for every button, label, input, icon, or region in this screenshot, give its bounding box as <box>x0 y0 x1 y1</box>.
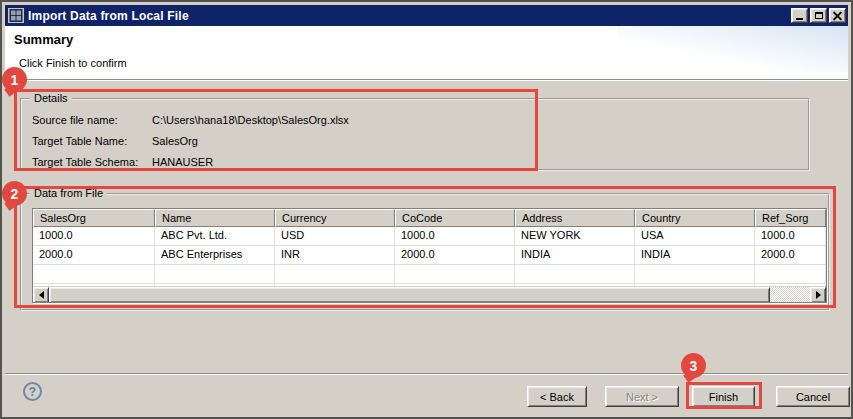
close-button[interactable] <box>829 8 846 23</box>
table-cell: NEW YORK <box>515 227 635 245</box>
footer-separator <box>5 373 848 375</box>
import-table-icon <box>8 8 24 23</box>
title-bar[interactable]: Import Data from Local File <box>5 5 848 26</box>
source-file-label: Source file name: <box>32 114 142 126</box>
table-cell <box>515 265 635 283</box>
table-cell: ABC Pvt. Ltd. <box>155 227 275 245</box>
help-button[interactable]: ? <box>23 382 42 401</box>
maximize-icon <box>815 12 823 19</box>
horizontal-scrollbar[interactable] <box>33 286 826 302</box>
target-table-name-row: Target Table Name:SalesOrg <box>32 135 198 147</box>
table-cell: 2000.0 <box>33 246 155 264</box>
scroll-right-icon <box>816 291 825 299</box>
next-button: Next > <box>605 386 679 407</box>
import-data-dialog: Import Data from Local File Summary Clic… <box>0 0 853 419</box>
table-cell: INDIA <box>635 246 755 264</box>
close-icon <box>833 11 842 20</box>
table-cell: 1000.0 <box>755 227 826 245</box>
target-table-name-label: Target Table Name: <box>32 135 142 147</box>
table-header-row: SalesOrgNameCurrencyCoCodeAddressCountry… <box>33 209 826 227</box>
data-preview-table[interactable]: SalesOrgNameCurrencyCoCodeAddressCountry… <box>32 208 827 303</box>
table-cell: INDIA <box>515 246 635 264</box>
data-from-file-group: Data from File SalesOrgNameCurrencyCoCod… <box>20 193 830 311</box>
finish-button[interactable]: Finish <box>692 386 755 407</box>
table-row-1[interactable]: 1000.0ABC Pvt. Ltd.USD1000.0NEW YORKUSA1… <box>33 227 826 246</box>
scroll-left-icon <box>35 291 44 299</box>
cancel-button[interactable]: Cancel <box>776 386 850 407</box>
minimize-icon <box>796 18 803 20</box>
data-from-file-group-label: Data from File <box>30 187 107 199</box>
table-cell: 1000.0 <box>33 227 155 245</box>
table-cell <box>395 265 515 283</box>
table-cell: 1000.0 <box>395 227 515 245</box>
table-cell: 2000.0 <box>755 246 826 264</box>
table-cell <box>635 265 755 283</box>
table-cell <box>755 265 826 283</box>
table-row-empty[interactable] <box>33 265 826 284</box>
page-title: Summary <box>14 32 73 47</box>
help-icon: ? <box>29 385 36 399</box>
column-header-cocode[interactable]: CoCode <box>395 209 515 227</box>
column-header-currency[interactable]: Currency <box>275 209 395 227</box>
source-file-value: C:\Users\hana18\Desktop\SalesOrg.xlsx <box>152 114 349 126</box>
minimize-button[interactable] <box>791 8 808 23</box>
window-controls <box>791 8 846 23</box>
table-cell <box>155 265 275 283</box>
table-cell: USA <box>635 227 755 245</box>
target-table-name-value: SalesOrg <box>152 135 198 147</box>
column-header-address[interactable]: Address <box>515 209 635 227</box>
table-cell: USD <box>275 227 395 245</box>
column-header-name[interactable]: Name <box>155 209 275 227</box>
details-group: Details Source file name:C:\Users\hana18… <box>20 98 810 171</box>
table-row-2[interactable]: 2000.0ABC EnterprisesINR2000.0INDIAINDIA… <box>33 246 826 265</box>
target-table-schema-label: Target Table Schema: <box>32 156 142 168</box>
maximize-button[interactable] <box>810 8 827 23</box>
column-header-ref_sorg[interactable]: Ref_Sorg <box>755 209 826 227</box>
banner-gradient <box>618 26 848 72</box>
target-table-schema-row: Target Table Schema:HANAUSER <box>32 156 213 168</box>
page-subtitle: Click Finish to confirm <box>19 57 127 69</box>
table-cell <box>33 265 155 283</box>
wizard-banner: Summary Click Finish to confirm <box>5 26 848 79</box>
scroll-left-button[interactable] <box>33 287 49 303</box>
banner-separator <box>5 79 848 81</box>
window-title: Import Data from Local File <box>28 9 189 23</box>
column-header-salesorg[interactable]: SalesOrg <box>33 209 155 227</box>
table-cell <box>275 265 395 283</box>
table-cell: INR <box>275 246 395 264</box>
details-group-label: Details <box>30 92 72 104</box>
scroll-right-button[interactable] <box>810 287 826 303</box>
source-file-row: Source file name:C:\Users\hana18\Desktop… <box>32 114 349 126</box>
column-header-country[interactable]: Country <box>635 209 755 227</box>
table-cell: 2000.0 <box>395 246 515 264</box>
back-button[interactable]: < Back <box>527 386 587 407</box>
scrollbar-thumb[interactable] <box>49 287 770 303</box>
target-table-schema-value: HANAUSER <box>152 156 213 168</box>
table-cell: ABC Enterprises <box>155 246 275 264</box>
